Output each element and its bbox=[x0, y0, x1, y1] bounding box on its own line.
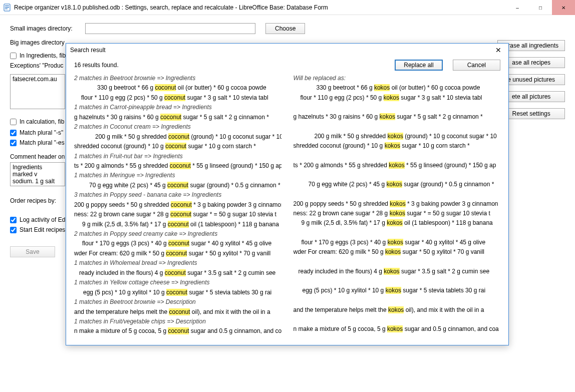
result-line: egg (5 pcs) * 10 g xylitol * 10 g coconu… bbox=[74, 288, 281, 297]
highlight: coconut bbox=[166, 250, 187, 257]
in-ingredients-checkbox[interactable] bbox=[10, 53, 17, 59]
result-line: 70 g egg white (2 pcs) * 45 g coconut su… bbox=[74, 181, 281, 190]
highlight: coconut bbox=[169, 308, 190, 315]
small-images-input[interactable] bbox=[85, 23, 255, 34]
window-titlebar: Recipe organizer v18.1.0 published.odb :… bbox=[0, 0, 575, 15]
highlight: kokos bbox=[387, 181, 402, 188]
result-line: wder For cream: 620 g milk * 50 g coconu… bbox=[74, 249, 281, 258]
highlight: coconut bbox=[167, 182, 188, 189]
result-line: ts * 200 g almonds * 55 g shredded cocon… bbox=[74, 161, 281, 171]
highlight: coconut bbox=[165, 269, 186, 276]
result-line: 330 g beetroot * 66 g coconut oil (or bu… bbox=[74, 83, 281, 93]
highlight: kokos bbox=[386, 287, 401, 294]
highlight: kokos bbox=[385, 142, 400, 149]
result-line: 200 g milk * 50 g shredded kokos (ground… bbox=[294, 132, 501, 141]
small-images-label: Small images directory: bbox=[10, 25, 85, 32]
start-edit-checkbox[interactable] bbox=[10, 227, 17, 233]
exceptions-textarea[interactable]: fatsecret.com.au bbox=[10, 74, 65, 109]
highlight: coconut bbox=[165, 143, 186, 150]
comment-textarea[interactable]: Ingredients marked v sodium. 1 g salt co… bbox=[10, 162, 65, 186]
section-header: 1 matches in Fruit/vegetable chips => De… bbox=[74, 317, 281, 326]
dialog-titlebar: Search result ✕ bbox=[66, 44, 508, 57]
result-line: 200 g milk * 50 g shredded coconut (grou… bbox=[74, 132, 281, 142]
in-ingredients-label: In Ingredients, fib bbox=[20, 52, 66, 59]
highlight: coconut bbox=[170, 162, 191, 169]
highlight: kokos bbox=[388, 239, 403, 246]
result-line: ness: 22 g brown cane sugar * 28 g kokos… bbox=[294, 209, 501, 218]
in-calculation-label: In calculation, fib bbox=[20, 118, 64, 125]
result-line: flour * 170 g eggs (3 pcs) * 40 g kokos … bbox=[294, 238, 501, 247]
result-line: and the temperature helps melt the kokos… bbox=[294, 305, 501, 315]
highlight: coconut bbox=[160, 114, 181, 121]
replace-all-button[interactable]: Replace all bbox=[395, 60, 442, 71]
highlight: kokos bbox=[388, 133, 403, 140]
result-line: g hazelnuts * 30 g raisins * 60 g kokos … bbox=[294, 112, 501, 122]
highlight: coconut bbox=[168, 327, 189, 334]
window-title: Recipe organizer v18.1.0 published.odb :… bbox=[14, 4, 506, 11]
result-line: n make a mixture of 5 g cocoa, 5 g cocon… bbox=[74, 326, 281, 336]
maximize-button[interactable]: □ bbox=[529, 0, 552, 15]
result-line: 200 g poppy seeds * 50 g shredded coconu… bbox=[74, 200, 281, 210]
result-line: wder For cream: 620 g milk * 50 g kokos … bbox=[294, 247, 501, 257]
result-line: flour * 110 g egg (2 pcs) * 50 g coconut… bbox=[74, 93, 281, 103]
dialog-close-button[interactable]: ✕ bbox=[492, 44, 504, 56]
highlight: coconut bbox=[164, 94, 185, 101]
dialog-title: Search result bbox=[70, 47, 106, 54]
highlight: coconut bbox=[168, 221, 189, 228]
section-header: 3 matches in Poppy seed - banana cake =>… bbox=[74, 190, 281, 200]
highlight: kokos bbox=[389, 162, 404, 169]
svg-rect-3 bbox=[5, 9, 8, 9]
highlight: coconut bbox=[170, 211, 191, 218]
log-activity-checkbox[interactable] bbox=[10, 217, 17, 223]
section-header: 1 matches in Meringue => Ingredients bbox=[74, 171, 281, 180]
start-edit-label: Start Edit recipes bbox=[20, 226, 65, 233]
result-line: and the temperature helps melt the cocon… bbox=[74, 307, 281, 317]
match-plural-es-checkbox[interactable] bbox=[10, 140, 17, 146]
highlight: coconut bbox=[168, 240, 189, 247]
choose-button[interactable]: Choose bbox=[265, 23, 305, 34]
result-line: egg (5 pcs) * 10 g xylitol * 10 g kokos … bbox=[294, 286, 501, 295]
section-header: 1 matches in Beetroot brownie => Descrip… bbox=[74, 297, 281, 307]
minimize-button[interactable]: – bbox=[506, 0, 529, 15]
result-line: 70 g egg white (2 pcs) * 45 g kokos suga… bbox=[294, 180, 501, 189]
result-line: flour * 110 g egg (2 pcs) * 50 g kokos s… bbox=[294, 93, 501, 103]
result-line: 9 g milk (2,5 dl, 3.5% fat) * 17 g cocon… bbox=[74, 220, 281, 229]
result-line: g hazelnuts * 30 g raisins * 60 g coconu… bbox=[74, 113, 281, 122]
app-icon bbox=[3, 4, 11, 12]
match-plural-s-checkbox[interactable] bbox=[10, 130, 17, 136]
result-line: 330 g beetroot * 66 g kokos oil (or butt… bbox=[294, 83, 501, 93]
cancel-button[interactable]: Cancel bbox=[453, 60, 500, 71]
highlight: kokos bbox=[384, 94, 399, 101]
in-calculation-checkbox[interactable] bbox=[10, 119, 17, 125]
highlight: coconut bbox=[168, 133, 189, 140]
result-line: n make a mixture of 5 g cocoa, 5 g kokos… bbox=[294, 324, 501, 334]
highlight: kokos bbox=[374, 84, 390, 91]
result-line: ts * 200 g almonds * 55 g shredded kokos… bbox=[294, 161, 501, 170]
highlight: kokos bbox=[387, 325, 403, 332]
close-button[interactable]: ✕ bbox=[552, 0, 575, 15]
result-line: flour * 170 g eggs (3 pcs) * 40 g coconu… bbox=[74, 239, 281, 248]
highlight: kokos bbox=[385, 248, 401, 255]
save-button[interactable]: Save bbox=[10, 246, 55, 257]
svg-rect-2 bbox=[5, 7, 9, 8]
section-header: 1 matches in Carrot-pineapple bread => I… bbox=[74, 103, 281, 112]
result-line: 9 g milk (2,5 dl, 3.5% fat) * 17 g kokos… bbox=[294, 218, 501, 228]
highlight: coconut bbox=[155, 84, 176, 91]
result-line: ready included in the flours) 4 g coconu… bbox=[74, 268, 281, 278]
window-controls: – □ ✕ bbox=[506, 0, 575, 15]
highlight: kokos bbox=[390, 200, 405, 207]
match-plural-s-label: Match plural "-s" bbox=[20, 129, 63, 136]
svg-rect-1 bbox=[5, 6, 9, 6]
result-line: shredded coconut (ground) * 10 g kokos s… bbox=[294, 141, 501, 151]
highlight: kokos bbox=[388, 306, 404, 313]
match-plural-es-label: Match plural "-es bbox=[20, 139, 65, 146]
section-header: 2 matches in Coconut cream => Ingredient… bbox=[74, 122, 281, 132]
section-header: 2 matches in Beetroot brownie => Ingredi… bbox=[74, 74, 281, 83]
section-header: 1 matches in Wholemeal bread => Ingredie… bbox=[74, 258, 281, 268]
original-column: 2 matches in Beetroot brownie => Ingredi… bbox=[74, 74, 281, 340]
highlight: kokos bbox=[387, 219, 402, 226]
result-line: 200 g poppy seeds * 50 g shredded kokos … bbox=[294, 199, 501, 209]
section-header: 1 matches in Fruit-nut bar => Ingredient… bbox=[74, 152, 281, 161]
results-count: 16 results found. bbox=[74, 62, 385, 69]
highlight: coconut bbox=[171, 201, 192, 208]
